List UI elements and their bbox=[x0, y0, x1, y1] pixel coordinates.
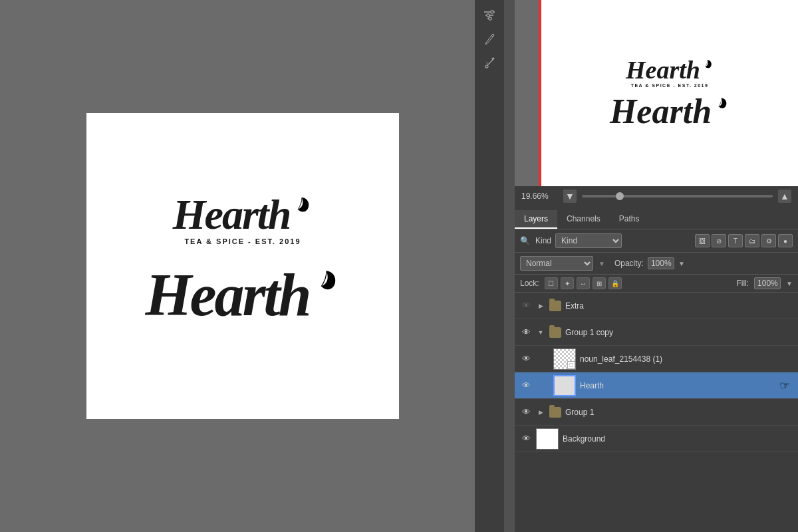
logo-bottom-group: Hearth bbox=[145, 265, 340, 325]
zoom-level-text: 19.66% bbox=[521, 192, 558, 201]
tab-channels[interactable]: Channels bbox=[557, 210, 610, 229]
lock-row: Lock: ☐ ✦ ↔ ⊞ 🔒 Fill: 100% ▼ bbox=[515, 275, 798, 293]
zoom-bar: 19.66% ▼ ▲ bbox=[515, 186, 798, 206]
canvas-document: Hearth TEA & SPICE - EST. 2019 Hearth bbox=[86, 113, 399, 419]
kind-icon-circle[interactable]: ⊘ bbox=[712, 234, 726, 247]
leaf-icon-large bbox=[313, 269, 340, 297]
svg-point-12 bbox=[487, 14, 489, 17]
kind-icon-dot[interactable]: ● bbox=[778, 234, 793, 247]
preview-logo-bottom: Hearth bbox=[610, 94, 730, 129]
layer-name-group1copy: Group 1 copy bbox=[565, 328, 793, 337]
zoom-slider-track[interactable] bbox=[582, 195, 773, 198]
visibility-group1[interactable]: 👁 bbox=[520, 406, 532, 418]
layer-item-group1[interactable]: 👁 ▶ Group 1 bbox=[515, 399, 798, 426]
svg-point-11 bbox=[491, 11, 493, 13]
blend-mode-arrow: ▼ bbox=[598, 260, 605, 267]
blend-mode-select[interactable]: Normal Dissolve Multiply Screen Overlay bbox=[520, 256, 593, 271]
layer-name-background: Background bbox=[563, 434, 793, 444]
tab-paths[interactable]: Paths bbox=[610, 210, 649, 229]
expand-group1[interactable]: ▶ bbox=[536, 408, 545, 417]
svg-point-13 bbox=[489, 17, 491, 20]
layer-item-background[interactable]: 👁 Background bbox=[515, 426, 798, 452]
layer-name-hearth: Hearth bbox=[580, 381, 775, 390]
visibility-background[interactable]: 👁 bbox=[520, 433, 532, 445]
visibility-noun-leaf[interactable]: 👁 bbox=[520, 353, 532, 365]
thumbnail-noun-leaf: ⬚ bbox=[553, 348, 576, 370]
layer-item-extra[interactable]: 👁 ▶ Extra bbox=[515, 293, 798, 319]
preview-canvas: Hearth TEA & SPICE - EST. 2019 Hearth bbox=[539, 0, 798, 186]
fill-arrow[interactable]: ▼ bbox=[786, 280, 793, 287]
svg-point-14 bbox=[485, 65, 488, 68]
kind-select[interactable]: Kind Name Effect Mode Attribute Color bbox=[555, 233, 622, 248]
kind-icon-image[interactable]: 🖼 bbox=[695, 234, 710, 247]
layer-name-noun-leaf: noun_leaf_2154438 (1) bbox=[580, 354, 793, 364]
zoom-in-button[interactable]: ▲ bbox=[778, 190, 791, 203]
opacity-arrow[interactable]: ▼ bbox=[678, 260, 685, 267]
logo-top-group: Hearth TEA & SPICE - EST. 2019 bbox=[173, 194, 313, 245]
thumbnail-background bbox=[536, 428, 559, 450]
lock-artboard-btn[interactable]: ⊞ bbox=[593, 277, 606, 289]
lock-transparent-btn[interactable]: ☐ bbox=[545, 277, 558, 289]
preview-hearth-script-top: Hearth bbox=[626, 57, 714, 82]
kind-icon-text[interactable]: T bbox=[728, 234, 743, 247]
tab-layers[interactable]: Layers bbox=[515, 210, 557, 229]
kind-icon-pixel[interactable]: 🗂 bbox=[745, 234, 759, 247]
preview-area: Hearth TEA & SPICE - EST. 2019 Hearth bbox=[515, 0, 798, 186]
fill-value[interactable]: 100% bbox=[754, 277, 781, 289]
visibility-hearth[interactable]: 👁 bbox=[520, 380, 532, 392]
preview-leaf-large-icon bbox=[714, 97, 730, 112]
hearth-script-large: Hearth bbox=[145, 265, 340, 325]
expand-group1copy[interactable]: ▼ bbox=[536, 328, 545, 337]
kind-filter-row: 🔍 Kind Kind Name Effect Mode Attribute C… bbox=[515, 229, 798, 253]
visibility-extra[interactable]: 👁 bbox=[520, 300, 532, 312]
hearth-text-large: Hearth bbox=[145, 265, 309, 325]
hearth-text-top: Hearth bbox=[173, 194, 290, 236]
zoom-out-button[interactable]: ▼ bbox=[563, 190, 577, 203]
thumb-badge: ⬚ bbox=[567, 361, 575, 369]
layer-item-hearth[interactable]: 👁 Hearth ☞ bbox=[515, 372, 798, 399]
lock-position-btn[interactable]: ↔ bbox=[577, 277, 590, 289]
opacity-value[interactable]: 100% bbox=[648, 257, 674, 269]
layer-name-group1: Group 1 bbox=[565, 408, 793, 417]
kind-icon-smart[interactable]: ⚙ bbox=[761, 234, 776, 247]
folder-icon-group1 bbox=[549, 407, 561, 418]
folder-icon-extra bbox=[549, 301, 561, 311]
visibility-group1copy[interactable]: 👁 bbox=[520, 327, 532, 338]
lock-pixels-btn[interactable]: ✦ bbox=[561, 277, 574, 289]
preview-logo-top: Hearth TEA & SPICE - EST. 2019 bbox=[626, 57, 714, 88]
preview-hearth-large-text: Hearth bbox=[610, 94, 712, 129]
side-filter-icon[interactable] bbox=[481, 7, 498, 24]
leaf-icon-top bbox=[291, 196, 313, 217]
kind-filter-icons: 🖼 ⊘ T 🗂 ⚙ ● bbox=[695, 234, 793, 247]
tabs-row: Layers Channels Paths bbox=[515, 206, 798, 229]
layer-name-extra: Extra bbox=[565, 301, 793, 311]
preview-leaf-icon bbox=[702, 59, 714, 72]
kind-label: Kind bbox=[535, 236, 551, 245]
zoom-slider-thumb[interactable] bbox=[616, 192, 624, 200]
folder-icon-group1copy bbox=[549, 327, 561, 338]
preview-hearth-text: Hearth bbox=[626, 57, 700, 82]
layers-panel: Layers Channels Paths 🔍 Kind Kind Name E… bbox=[515, 206, 798, 532]
preview-tagline: TEA & SPICE - EST. 2019 bbox=[631, 83, 709, 88]
layer-item-noun-leaf[interactable]: 👁 ⬚ noun_leaf_2154438 (1) bbox=[515, 346, 798, 372]
lock-icons-group: ☐ ✦ ↔ ⊞ 🔒 bbox=[545, 277, 622, 289]
canvas-area: Hearth TEA & SPICE - EST. 2019 Hearth bbox=[0, 0, 485, 532]
layer-item-group1copy[interactable]: 👁 ▼ Group 1 copy bbox=[515, 319, 798, 346]
layers-list: 👁 ▶ Extra 👁 ▼ Group 1 copy 👁 ⬚ bbox=[515, 293, 798, 532]
hearth-script-top: Hearth bbox=[173, 194, 313, 236]
lock-all-btn[interactable]: 🔒 bbox=[608, 277, 622, 289]
lock-label: Lock: bbox=[520, 279, 539, 288]
thumbnail-hearth bbox=[553, 375, 576, 396]
side-brush-icon[interactable] bbox=[481, 31, 498, 48]
right-panel: Hearth TEA & SPICE - EST. 2019 Hearth bbox=[485, 0, 798, 532]
side-dropper-icon[interactable] bbox=[481, 55, 498, 72]
side-toolbar bbox=[475, 0, 504, 532]
svg-line-15 bbox=[486, 63, 487, 64]
expand-extra[interactable]: ▶ bbox=[536, 301, 545, 311]
tagline-text: TEA & SPICE - EST. 2019 bbox=[184, 237, 301, 245]
fill-label: Fill: bbox=[736, 279, 749, 288]
cursor-hand-icon: ☞ bbox=[779, 378, 790, 393]
blend-mode-row: Normal Dissolve Multiply Screen Overlay … bbox=[515, 253, 798, 275]
opacity-label: Opacity: bbox=[614, 259, 644, 268]
search-icon: 🔍 bbox=[520, 236, 530, 245]
